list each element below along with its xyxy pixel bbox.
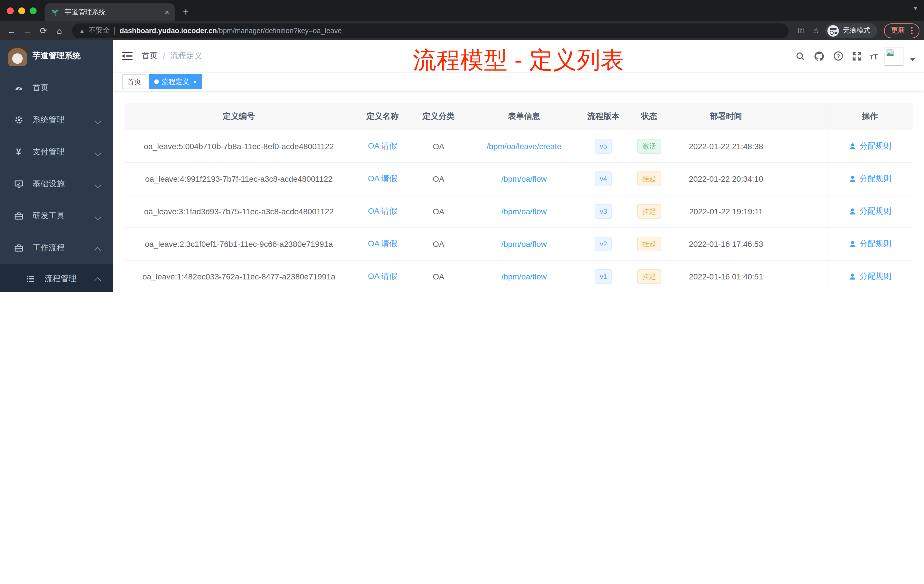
not-secure-icon: ▲ (79, 27, 85, 34)
breadcrumb-home[interactable]: 首页 (142, 51, 158, 61)
form-link[interactable]: /bpm/oa/flow (502, 174, 547, 183)
monitor-icon (14, 179, 23, 189)
sidebar-item-label: 基础设施 (33, 179, 64, 189)
browser-tab[interactable]: 芋道管理系统 × (45, 3, 175, 21)
table-row: oa_leave:4:991f2193-7b7f-11ec-a3c8-acde4… (125, 163, 912, 195)
definition-name-link[interactable]: OA 请假 (368, 174, 398, 184)
definition-category: OA (412, 195, 465, 228)
logo-avatar (8, 46, 27, 66)
deploy-time: 2022-01-16 17:46:53 (674, 228, 778, 260)
search-icon[interactable] (794, 50, 807, 62)
status-badge: 激活 (637, 139, 661, 154)
close-window-button[interactable] (7, 7, 14, 14)
col-definition-category: 定义分类 (412, 104, 465, 130)
form-link[interactable]: /bpm/oa/leave/create (487, 142, 561, 151)
col-definition-name: 定义名称 (353, 104, 412, 130)
window-controls[interactable] (0, 0, 45, 21)
assign-rule-button[interactable]: 分配规则 (848, 206, 891, 216)
sidebar-item-label: 首页 (33, 83, 49, 93)
browser-menu-icon[interactable] (911, 27, 912, 34)
font-size-icon[interactable]: TT (870, 51, 878, 61)
zoom-window-button[interactable] (30, 7, 36, 14)
version-tag: v4 (594, 172, 612, 186)
avatar-dropdown-icon[interactable] (910, 58, 916, 61)
status-badge: 挂起 (637, 204, 661, 219)
col-definition-id: 定义编号 (125, 104, 353, 130)
yen-icon: ¥ (14, 147, 23, 157)
sidebar-item-payment[interactable]: ¥ 支付管理 (0, 136, 113, 168)
browser-toolbar: ← → ⟳ ⌂ ▲ 不安全 dashboard.yudao.iocoder.cn… (0, 21, 924, 40)
forward-icon[interactable]: → (21, 26, 34, 35)
version-tag: v3 (594, 204, 612, 219)
deploy-time: 2022-01-22 20:34:10 (674, 163, 778, 195)
assign-rule-button[interactable]: 分配规则 (848, 174, 891, 184)
password-key-icon[interactable]: ⚿ (798, 26, 804, 35)
url-path: /bpm/manager/definition?key=oa_leave (217, 26, 342, 35)
svg-text:?: ? (837, 53, 840, 59)
fullscreen-icon[interactable] (851, 50, 863, 62)
red-annotation-title: 流程模型 - 定义列表 (413, 45, 624, 76)
chevron-down-icon (96, 117, 101, 122)
browser-window: 芋道管理系统 × + ▼ ← → ⟳ ⌂ ▲ 不安全 dashboard.yud… (0, 0, 924, 292)
tag-close-icon[interactable]: × (193, 78, 197, 85)
form-link[interactable]: /bpm/oa/flow (502, 272, 547, 281)
definition-name-link[interactable]: OA 请假 (368, 239, 398, 249)
table-row: oa_leave:3:1fad3d93-7b75-11ec-a3c8-acde4… (125, 195, 912, 228)
back-icon[interactable]: ← (5, 26, 18, 35)
definition-id: oa_leave:4:991f2193-7b7f-11ec-a3c8-acde4… (125, 163, 353, 195)
col-deploy-time: 部署时间 (674, 104, 778, 130)
app-navbar: 首页 / 流程定义 流程模型 - 定义列表 ? (113, 40, 924, 73)
tab-title: 芋道管理系统 (64, 7, 160, 17)
not-secure-label[interactable]: 不安全 (89, 26, 110, 35)
assign-rule-button[interactable]: 分配规则 (848, 141, 891, 152)
breadcrumb-separator: / (163, 51, 165, 61)
address-bar[interactable]: ▲ 不安全 dashboard.yudao.iocoder.cn/bpm/man… (72, 23, 789, 38)
minimize-window-button[interactable] (18, 7, 25, 14)
workflow-submenu: 流程管理 流程表单 用户分组 (0, 264, 113, 292)
tag-process-definition[interactable]: 流程定义 × (149, 74, 202, 89)
definition-name-link[interactable]: OA 请假 (368, 271, 398, 282)
tab-search-chevron-icon[interactable]: ▼ (912, 5, 918, 12)
table-row: oa_leave:2:3c1f0ef1-76b1-11ec-9c66-a2380… (125, 228, 912, 261)
chevron-up-icon (96, 276, 101, 281)
sidebar-item-label: 支付管理 (33, 147, 64, 157)
app-title: 芋道管理系统 (33, 51, 81, 61)
definition-name-link[interactable]: OA 请假 (368, 141, 398, 152)
assign-rule-button[interactable]: 分配规则 (848, 271, 891, 282)
definition-category: OA (412, 228, 465, 260)
tag-label: 流程定义 (162, 77, 189, 87)
tag-home[interactable]: 首页 (122, 74, 146, 89)
home-icon[interactable]: ⌂ (53, 26, 66, 35)
definition-category: OA (412, 130, 465, 162)
tab-close-icon[interactable]: × (165, 8, 169, 16)
sidebar-logo[interactable]: 芋道管理系统 (0, 40, 113, 72)
sidebar-item-workflow[interactable]: 工作流程 (0, 232, 113, 264)
col-process-version: 流程版本 (583, 104, 624, 130)
form-link[interactable]: /bpm/oa/flow (502, 239, 547, 249)
sidebar-item-system[interactable]: 系统管理 (0, 104, 113, 136)
sidebar-item-devtools[interactable]: 研发工具 (0, 200, 113, 232)
sidebar-item-home[interactable]: 首页 (0, 72, 113, 104)
deploy-time: 2022-01-22 21:48:38 (674, 130, 778, 162)
definition-name-link[interactable]: OA 请假 (368, 206, 398, 216)
sidebar-item-process-manage[interactable]: 流程管理 (0, 264, 113, 292)
sidebar-item-infra[interactable]: 基础设施 (0, 168, 113, 200)
new-tab-button[interactable]: + (183, 6, 189, 18)
definition-category: OA (412, 261, 465, 292)
bookmark-star-icon[interactable]: ☆ (813, 26, 819, 35)
help-icon[interactable]: ? (832, 50, 844, 62)
assign-rule-button[interactable]: 分配规则 (848, 239, 891, 249)
toolbox-icon (14, 211, 23, 221)
definition-id: oa_leave:2:3c1f0ef1-76b1-11ec-9c66-a2380… (125, 228, 353, 260)
active-dot (154, 79, 159, 84)
update-button[interactable]: 更新 (884, 23, 919, 38)
definition-id: oa_leave:1:482ec033-762a-11ec-8477-a2380… (125, 261, 353, 292)
reload-icon[interactable]: ⟳ (36, 25, 50, 36)
form-link[interactable]: /bpm/oa/flow (502, 207, 547, 216)
chevron-down-icon (96, 181, 101, 186)
github-icon[interactable] (813, 50, 825, 62)
collapse-sidebar-icon[interactable] (122, 52, 132, 60)
incognito-label: 无痕模式 (843, 26, 870, 35)
definition-category: OA (412, 163, 465, 195)
user-avatar[interactable] (884, 46, 903, 66)
